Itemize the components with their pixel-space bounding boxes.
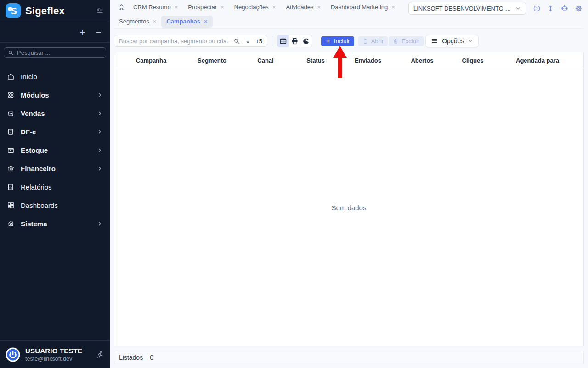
pie-chart-icon [302, 37, 310, 45]
home-icon [7, 73, 15, 80]
view-toggle-group [277, 34, 312, 47]
include-button[interactable]: Incluir [321, 36, 354, 46]
column-header[interactable]: Segmento [188, 57, 236, 64]
filter-count-badge[interactable]: +5 [255, 38, 262, 45]
sidebar-item-modulos[interactable]: Módulos [0, 86, 110, 104]
user-name: USUARIO TESTE [25, 347, 82, 355]
table-search-input[interactable] [119, 38, 229, 45]
column-header[interactable]: Status [295, 57, 336, 64]
sidebar-item-dfe[interactable]: DF-e [0, 122, 110, 141]
gear-icon [7, 220, 15, 228]
tab-negociacoes[interactable]: Negociações× [229, 1, 281, 13]
sidebar-item-dashboards[interactable]: Dashboards [0, 196, 110, 214]
chevron-right-icon [97, 129, 103, 135]
chart-view-button[interactable] [300, 35, 312, 47]
shopping-bag-icon [7, 109, 15, 117]
sigeflex-logo-icon: S [6, 3, 21, 18]
avatar [6, 347, 20, 362]
search-icon [8, 50, 14, 56]
column-header[interactable]: Abertos [400, 57, 445, 64]
robot-icon[interactable] [560, 4, 569, 12]
document-icon [7, 128, 15, 136]
table-body: Sem dados [114, 69, 583, 346]
column-header[interactable]: Campanha [114, 57, 188, 64]
campaigns-table: Campanha Segmento Canal Status Enviados … [114, 52, 584, 346]
logo-letter: S [11, 6, 17, 16]
dashboard-icon [7, 201, 15, 209]
table-view-button[interactable] [277, 35, 289, 47]
print-view-button[interactable] [289, 35, 300, 47]
collapse-sidebar-icon[interactable] [95, 6, 104, 16]
filter-icon[interactable] [244, 38, 251, 45]
svg-text:?: ? [536, 6, 538, 11]
help-icon[interactable]: ? [533, 5, 541, 12]
menu-icon [431, 37, 438, 45]
close-icon[interactable]: × [220, 4, 224, 10]
sidebar-item-relatorios[interactable]: Relatórios [0, 178, 110, 196]
sidebar-item-sistema[interactable]: Sistema [0, 214, 110, 233]
close-icon[interactable]: × [153, 18, 157, 24]
inventory-box-icon [7, 146, 15, 154]
sidebar-quick-actions: + − [0, 22, 110, 43]
close-icon[interactable]: × [204, 18, 208, 24]
column-header[interactable]: Cliques [445, 57, 501, 64]
listed-label: Listados [119, 354, 143, 361]
modules-icon [7, 91, 15, 99]
tab-prospectar[interactable]: Prospectar× [183, 1, 229, 13]
tab-bar: CRM Resumo× Prospectar× Negociações× Ati… [114, 0, 584, 29]
sidebar-item-inicio[interactable]: Início [0, 67, 110, 86]
bank-icon [7, 165, 15, 172]
sidebar-item-vendas[interactable]: Vendas [0, 104, 110, 122]
sidebar-search[interactable] [4, 47, 106, 58]
delete-button[interactable]: Excluir [389, 36, 424, 46]
updown-arrows-icon[interactable] [547, 5, 554, 12]
sidebar-item-financeiro[interactable]: Financeiro [0, 159, 110, 178]
home-icon[interactable] [118, 3, 125, 11]
column-header[interactable]: Agendada para [501, 57, 574, 64]
close-icon[interactable]: × [175, 4, 178, 10]
search-icon[interactable] [233, 38, 240, 45]
tab-segmentos[interactable]: Segmentos× [114, 16, 161, 28]
listed-count: 0 [150, 354, 153, 361]
brand-title: Sigeflex [25, 5, 65, 17]
empty-state-text: Sem dados [332, 204, 367, 212]
printer-icon [291, 37, 299, 45]
divider [272, 36, 272, 46]
expand-all-icon[interactable]: + [80, 28, 85, 37]
close-icon[interactable]: × [391, 4, 395, 10]
close-icon[interactable]: × [272, 4, 276, 10]
tab-campanhas[interactable]: Campanhas× [161, 16, 212, 28]
report-chart-icon [7, 183, 15, 191]
user-email: teste@linksoft.dev [25, 356, 82, 362]
tab-crm-resumo[interactable]: CRM Resumo× [128, 1, 183, 13]
sidebar-menu: Início Módulos Vendas DF-e Estoque Finan… [0, 67, 110, 233]
sidebar-search-input[interactable] [17, 49, 102, 56]
main-area: CRM Resumo× Prospectar× Negociações× Ati… [110, 0, 588, 368]
user-panel[interactable]: USUARIO TESTE teste@linksoft.dev [0, 340, 110, 368]
close-icon[interactable]: × [317, 4, 321, 10]
sidebar-header: S Sigeflex [0, 0, 110, 22]
file-icon [362, 38, 368, 44]
table-header-row: Campanha Segmento Canal Status Enviados … [114, 52, 583, 69]
chevron-right-icon [97, 221, 103, 227]
gear-icon[interactable] [575, 5, 582, 12]
company-select[interactable]: LINKSOFT DESENVOLVIMENTO DE ... [408, 2, 526, 15]
open-button[interactable]: Abrir [358, 36, 388, 46]
chevron-down-icon [515, 6, 521, 12]
options-button[interactable]: Opções [425, 35, 479, 47]
table-search[interactable]: +5 [114, 35, 267, 47]
logout-icon[interactable] [95, 350, 104, 359]
chevron-right-icon [97, 147, 103, 153]
chevron-right-icon [97, 166, 103, 172]
column-header[interactable]: Enviados [336, 57, 400, 64]
collapse-all-icon[interactable]: − [96, 28, 101, 37]
trash-icon [393, 38, 399, 44]
chevron-right-icon [97, 92, 103, 98]
table-icon [279, 37, 287, 45]
tab-atividades[interactable]: Atividades× [281, 1, 326, 13]
tab-dashboard-marketing[interactable]: Dashboard Marketing× [326, 1, 400, 13]
sidebar: S Sigeflex + − Início Módulos Vendas [0, 0, 110, 368]
column-header[interactable]: Canal [236, 57, 295, 64]
sidebar-item-estoque[interactable]: Estoque [0, 141, 110, 159]
list-footer: Listados 0 [114, 351, 584, 364]
